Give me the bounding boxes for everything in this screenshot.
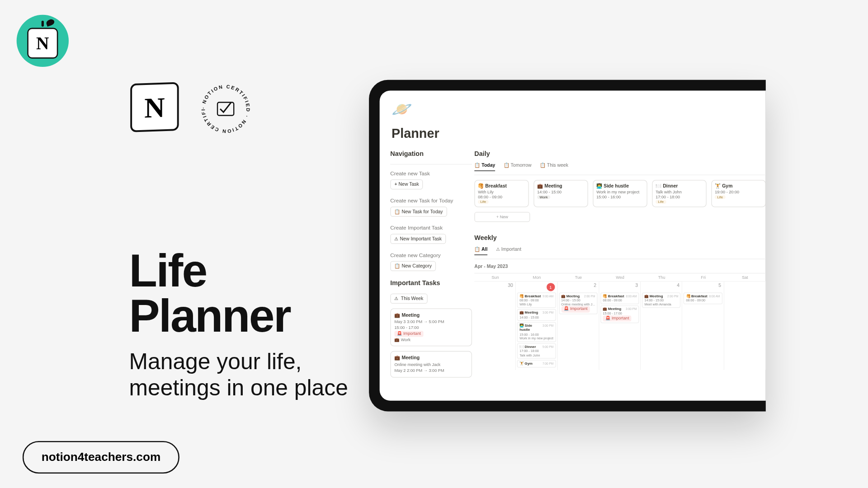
weekly-tab-important[interactable]: ⚠ Important bbox=[496, 247, 521, 255]
nav-button-2[interactable]: ⚠ New Important Task bbox=[390, 234, 446, 244]
dow-header: Tue bbox=[557, 273, 599, 281]
nav-section-label: Create new Task for Today bbox=[390, 198, 472, 204]
planet-icon: 🪐 bbox=[392, 99, 412, 119]
calendar-event[interactable]: 9:00 AM🥞 Breakfast 08:00 - 09:00 With Li… bbox=[517, 292, 556, 308]
weekly-tab-all[interactable]: 📋 All bbox=[474, 247, 487, 255]
important-heading: Important Tasks bbox=[390, 279, 472, 286]
tab-thisweek[interactable]: 📋 This week bbox=[540, 163, 568, 171]
app-screen: 🪐 Planner Navigation Create new Task + N… bbox=[380, 90, 766, 400]
important-task-card[interactable]: 💼 Meeting Online meeting with Jack May 2… bbox=[390, 351, 472, 377]
hero-title: Life Planner bbox=[129, 249, 290, 338]
nav-button-1[interactable]: 📋 New Task for Today bbox=[390, 206, 447, 216]
daily-card[interactable]: 💼 Meeting 14:00 - 15:00 Work bbox=[533, 180, 588, 207]
nav-button-0[interactable]: + New Task bbox=[390, 179, 423, 189]
calendar-cell[interactable]: 30 bbox=[474, 281, 516, 370]
brand-logo-letter: N bbox=[27, 28, 58, 59]
calendar-cell[interactable]: 3 8:00 AM🥞 Breakfast 08:00 - 09:00 3:00 … bbox=[599, 281, 641, 370]
weekly-heading: Weekly bbox=[474, 234, 766, 241]
calendar-cell[interactable]: 2 2:00 PM💼 Meeting 14:00 - 15:00 Online … bbox=[557, 281, 599, 370]
nav-section-label: Create new Task bbox=[390, 170, 472, 176]
nav-button-3[interactable]: 📋 New Category bbox=[390, 261, 436, 271]
month-label: Apr - May 2023 bbox=[474, 264, 766, 269]
calendar-cell[interactable]: 4 2:00 PM💼 Meeting 14:00 - 15:00 Meet wi… bbox=[641, 281, 683, 370]
nav-section-label: Create Important Task bbox=[390, 225, 472, 231]
dow-header: Thu bbox=[641, 273, 683, 281]
calendar-event[interactable]: 2:00 PM💼 Meeting 14:00 - 15:00 Meet with… bbox=[642, 292, 681, 308]
calendar-event[interactable]: 8:00 AM🥞 Breakfast 08:00 - 09:00 bbox=[600, 292, 639, 304]
calendar-event[interactable]: 2:00 PM💼 Meeting 14:00 - 15:00 Online me… bbox=[559, 292, 598, 314]
svg-text:· NOTION CERTIFIED · NOTION CE: · NOTION CERTIFIED · NOTION CERTIFIED bbox=[198, 82, 251, 134]
device-frame: 🪐 Planner Navigation Create new Task + N… bbox=[369, 80, 766, 412]
calendar-cell[interactable] bbox=[724, 281, 766, 370]
nav-heading: Navigation bbox=[390, 150, 472, 157]
calendar-cell[interactable]: 5 8:00 AM🥞 Breakfast 08:00 - 09:00 bbox=[683, 281, 724, 370]
calendar-event[interactable]: 8:00 AM🥞 Breakfast 08:00 - 09:00 bbox=[684, 292, 722, 304]
daily-tabs: 📋 Today 📋 Tomorrow 📋 This week bbox=[474, 163, 766, 171]
important-task-card[interactable]: 💼 Meeting May 3 3:00 PM → 5:00 PM 15:00 … bbox=[390, 309, 472, 347]
page-title: Planner bbox=[392, 126, 439, 141]
calendar-cell[interactable]: 1 9:00 AM🥞 Breakfast 08:00 - 09:00 With … bbox=[516, 281, 557, 370]
notion-logo: N bbox=[130, 82, 179, 132]
calendar-event[interactable]: 3:00 PM👨‍💻 Side hustle 15:00 - 16:00 Wor… bbox=[517, 322, 556, 342]
hero-subtitle: Manage your life, meetings in one place bbox=[129, 349, 348, 401]
dow-header: Fri bbox=[683, 273, 724, 281]
daily-card[interactable]: 🏋️ Gym 19:00 - 20:00 Life bbox=[711, 180, 766, 207]
daily-card[interactable]: 🍽️ Dinner Talk with John 17:00 - 18:00 L… bbox=[652, 180, 707, 207]
calendar-event[interactable]: 5:00 PM🍽️ Dinner 17:00 - 18:00 Talk with… bbox=[517, 343, 556, 359]
dow-header: Sat bbox=[724, 273, 766, 281]
important-thisweek-tab[interactable]: ⚠ This Week bbox=[390, 294, 427, 304]
dow-header: Sun bbox=[474, 273, 516, 281]
daily-heading: Daily bbox=[474, 150, 766, 157]
daily-card[interactable]: 🥞 Breakfast With Lily 08:00 - 09:00 Life bbox=[474, 180, 529, 207]
site-url-pill[interactable]: notion4teachers.com bbox=[23, 441, 179, 474]
brand-logo: N bbox=[17, 15, 69, 67]
daily-card[interactable]: 👨‍💻 Side hustle Work in my new project 1… bbox=[593, 180, 647, 207]
calendar-event[interactable]: 3:00 PM💼 Meeting 14:00 - 15:00 bbox=[517, 309, 556, 321]
tab-tomorrow[interactable]: 📋 Tomorrow bbox=[504, 163, 532, 171]
notion-certified-badge: · NOTION CERTIFIED · NOTION CERTIFIED bbox=[198, 82, 253, 136]
calendar-event[interactable]: 7:00 PM🏋️ Gym bbox=[517, 360, 556, 368]
calendar-event[interactable]: 3:00 PM💼 Meeting 15:00 - 17:00 🚨 Importa… bbox=[600, 305, 639, 324]
tab-today[interactable]: 📋 Today bbox=[474, 163, 495, 171]
nav-section-label: Create new Category bbox=[390, 252, 472, 258]
dow-header: Wed bbox=[599, 273, 641, 281]
dow-header: Mon bbox=[516, 273, 557, 281]
new-task-button[interactable]: + New bbox=[474, 212, 530, 222]
